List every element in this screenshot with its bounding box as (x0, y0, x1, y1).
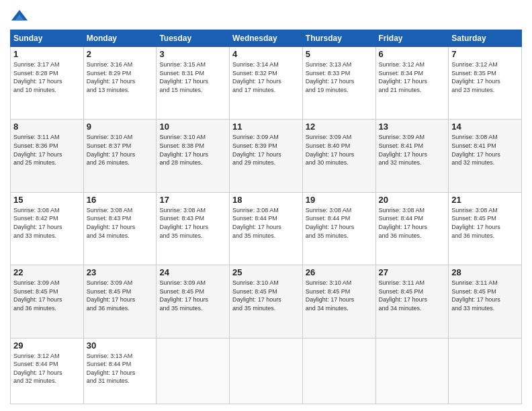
calendar-cell: 3Sunrise: 3:15 AM Sunset: 8:31 PM Daylig… (157, 47, 230, 120)
day-info: Sunrise: 3:17 AM Sunset: 8:28 PM Dayligh… (13, 60, 81, 94)
day-number: 5 (306, 49, 373, 59)
calendar-cell: 13Sunrise: 3:09 AM Sunset: 8:41 PM Dayli… (375, 120, 449, 192)
day-number: 9 (87, 122, 154, 132)
day-number: 19 (306, 195, 373, 205)
day-number: 4 (232, 49, 300, 59)
day-info: Sunrise: 3:08 AM Sunset: 8:43 PM Dayligh… (159, 206, 226, 240)
calendar-cell: 11Sunrise: 3:09 AM Sunset: 8:39 PM Dayli… (230, 120, 303, 192)
calendar-cell (230, 338, 303, 404)
calendar-cell: 6Sunrise: 3:12 AM Sunset: 8:34 PM Daylig… (375, 47, 449, 120)
header-sunday: Sunday (11, 30, 84, 47)
day-number: 29 (13, 340, 81, 351)
calendar-cell: 2Sunrise: 3:16 AM Sunset: 8:29 PM Daylig… (83, 47, 157, 120)
day-info: Sunrise: 3:08 AM Sunset: 8:42 PM Dayligh… (13, 206, 81, 240)
day-info: Sunrise: 3:14 AM Sunset: 8:32 PM Dayligh… (232, 60, 300, 94)
header-thursday: Thursday (302, 30, 375, 47)
calendar-cell: 17Sunrise: 3:08 AM Sunset: 8:43 PM Dayli… (157, 192, 230, 265)
calendar-cell: 8Sunrise: 3:11 AM Sunset: 8:36 PM Daylig… (11, 120, 84, 192)
calendar-cell: 30Sunrise: 3:13 AM Sunset: 8:44 PM Dayli… (83, 338, 157, 404)
calendar-cell: 14Sunrise: 3:08 AM Sunset: 8:41 PM Dayli… (449, 120, 522, 192)
calendar-cell: 20Sunrise: 3:08 AM Sunset: 8:44 PM Dayli… (375, 192, 449, 265)
day-number: 23 (87, 267, 154, 277)
calendar-cell: 9Sunrise: 3:10 AM Sunset: 8:37 PM Daylig… (83, 120, 157, 192)
calendar-body: 1Sunrise: 3:17 AM Sunset: 8:28 PM Daylig… (11, 47, 522, 404)
day-info: Sunrise: 3:11 AM Sunset: 8:36 PM Dayligh… (13, 133, 81, 167)
day-number: 25 (232, 267, 300, 277)
day-info: Sunrise: 3:09 AM Sunset: 8:41 PM Dayligh… (379, 133, 446, 167)
header-monday: Monday (83, 30, 157, 47)
calendar-cell: 26Sunrise: 3:10 AM Sunset: 8:45 PM Dayli… (302, 265, 375, 338)
calendar-cell: 28Sunrise: 3:11 AM Sunset: 8:45 PM Dayli… (449, 265, 522, 338)
day-info: Sunrise: 3:10 AM Sunset: 8:45 PM Dayligh… (306, 279, 373, 312)
day-number: 12 (306, 122, 373, 132)
weekday-row: Sunday Monday Tuesday Wednesday Thursday… (11, 30, 522, 47)
day-number: 28 (451, 267, 519, 277)
calendar-cell: 16Sunrise: 3:08 AM Sunset: 8:43 PM Dayli… (83, 192, 157, 265)
day-number: 24 (159, 267, 226, 277)
day-info: Sunrise: 3:08 AM Sunset: 8:44 PM Dayligh… (379, 206, 446, 240)
calendar-cell (157, 338, 230, 404)
day-number: 26 (306, 267, 373, 277)
day-info: Sunrise: 3:16 AM Sunset: 8:29 PM Dayligh… (87, 60, 154, 94)
calendar-cell (302, 338, 375, 404)
day-info: Sunrise: 3:12 AM Sunset: 8:44 PM Dayligh… (13, 352, 81, 385)
day-info: Sunrise: 3:11 AM Sunset: 8:45 PM Dayligh… (451, 279, 519, 312)
day-info: Sunrise: 3:09 AM Sunset: 8:45 PM Dayligh… (159, 279, 226, 312)
header (10, 7, 522, 26)
day-info: Sunrise: 3:09 AM Sunset: 8:39 PM Dayligh… (232, 133, 300, 167)
day-number: 20 (379, 195, 446, 205)
calendar-cell (375, 338, 449, 404)
calendar-cell (449, 338, 522, 404)
day-info: Sunrise: 3:08 AM Sunset: 8:41 PM Dayligh… (451, 133, 519, 167)
calendar-table: Sunday Monday Tuesday Wednesday Thursday… (10, 30, 522, 404)
header-friday: Friday (375, 30, 449, 47)
day-number: 11 (232, 122, 300, 132)
header-saturday: Saturday (449, 30, 522, 47)
day-number: 14 (451, 122, 519, 132)
calendar-cell: 1Sunrise: 3:17 AM Sunset: 8:28 PM Daylig… (11, 47, 84, 120)
calendar-cell: 21Sunrise: 3:08 AM Sunset: 8:45 PM Dayli… (449, 192, 522, 265)
day-number: 3 (159, 49, 226, 59)
logo (10, 7, 32, 26)
calendar-cell: 24Sunrise: 3:09 AM Sunset: 8:45 PM Dayli… (157, 265, 230, 338)
day-number: 18 (232, 195, 300, 205)
day-info: Sunrise: 3:12 AM Sunset: 8:34 PM Dayligh… (379, 60, 446, 94)
calendar-header: Sunday Monday Tuesday Wednesday Thursday… (11, 30, 522, 47)
calendar-cell: 18Sunrise: 3:08 AM Sunset: 8:44 PM Dayli… (230, 192, 303, 265)
day-number: 17 (159, 195, 226, 205)
day-info: Sunrise: 3:09 AM Sunset: 8:45 PM Dayligh… (87, 279, 154, 312)
calendar-cell: 23Sunrise: 3:09 AM Sunset: 8:45 PM Dayli… (83, 265, 157, 338)
day-info: Sunrise: 3:10 AM Sunset: 8:38 PM Dayligh… (159, 133, 226, 167)
day-number: 22 (13, 267, 81, 277)
calendar-cell: 29Sunrise: 3:12 AM Sunset: 8:44 PM Dayli… (11, 338, 84, 404)
calendar-cell: 15Sunrise: 3:08 AM Sunset: 8:42 PM Dayli… (11, 192, 84, 265)
day-info: Sunrise: 3:13 AM Sunset: 8:44 PM Dayligh… (87, 352, 154, 385)
calendar-cell: 4Sunrise: 3:14 AM Sunset: 8:32 PM Daylig… (230, 47, 303, 120)
day-info: Sunrise: 3:11 AM Sunset: 8:45 PM Dayligh… (379, 279, 446, 312)
day-number: 2 (87, 49, 154, 59)
day-info: Sunrise: 3:09 AM Sunset: 8:40 PM Dayligh… (306, 133, 373, 167)
calendar-cell: 25Sunrise: 3:10 AM Sunset: 8:45 PM Dayli… (230, 265, 303, 338)
day-number: 30 (87, 340, 154, 351)
day-number: 8 (13, 122, 81, 132)
day-info: Sunrise: 3:08 AM Sunset: 8:43 PM Dayligh… (87, 206, 154, 240)
calendar-cell: 12Sunrise: 3:09 AM Sunset: 8:40 PM Dayli… (302, 120, 375, 192)
day-number: 6 (379, 49, 446, 59)
day-number: 13 (379, 122, 446, 132)
header-tuesday: Tuesday (157, 30, 230, 47)
day-number: 27 (379, 267, 446, 277)
day-info: Sunrise: 3:09 AM Sunset: 8:45 PM Dayligh… (13, 279, 81, 312)
day-info: Sunrise: 3:15 AM Sunset: 8:31 PM Dayligh… (159, 60, 226, 94)
page: Sunday Monday Tuesday Wednesday Thursday… (0, 0, 532, 411)
day-number: 1 (13, 49, 81, 59)
calendar-cell: 19Sunrise: 3:08 AM Sunset: 8:44 PM Dayli… (302, 192, 375, 265)
logo-icon (10, 7, 29, 26)
day-number: 16 (87, 195, 154, 205)
day-number: 10 (159, 122, 226, 132)
header-wednesday: Wednesday (230, 30, 303, 47)
day-info: Sunrise: 3:08 AM Sunset: 8:45 PM Dayligh… (451, 206, 519, 240)
day-info: Sunrise: 3:12 AM Sunset: 8:35 PM Dayligh… (451, 60, 519, 94)
day-number: 15 (13, 195, 81, 205)
day-info: Sunrise: 3:10 AM Sunset: 8:37 PM Dayligh… (87, 133, 154, 167)
calendar-cell: 5Sunrise: 3:13 AM Sunset: 8:33 PM Daylig… (302, 47, 375, 120)
